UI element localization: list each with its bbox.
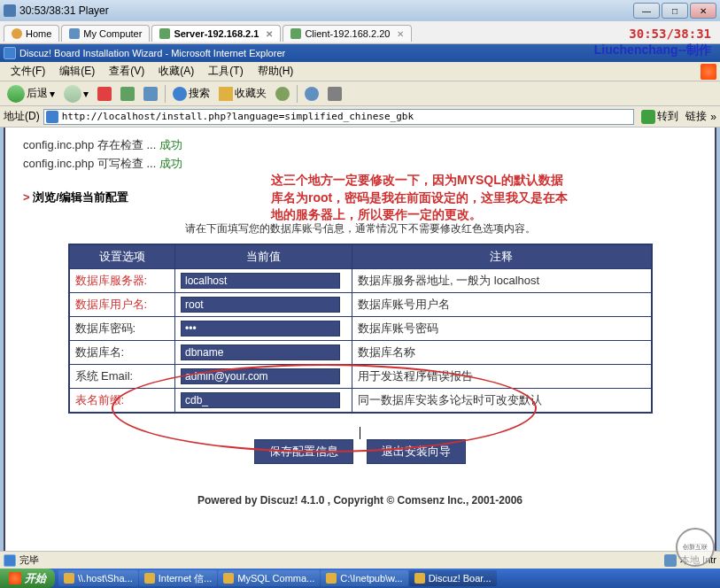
print-button[interactable] xyxy=(324,85,345,103)
search-button[interactable]: 搜索 xyxy=(169,84,213,103)
go-button[interactable]: 转到 xyxy=(638,107,682,126)
row-label: 表名前缀: xyxy=(69,389,175,414)
row-label: 数据库名: xyxy=(69,341,175,365)
address-input[interactable]: http://localhost/install.php?language=si… xyxy=(43,109,635,125)
tab-server-label: Server-192.168.2.1 xyxy=(174,28,259,39)
tab-client[interactable]: Client-192.168.2.20 ✕ xyxy=(283,25,412,42)
taskbar-item[interactable]: Discuz! Boar... xyxy=(409,570,497,586)
menu-favorites[interactable]: 收藏(A) xyxy=(151,62,201,81)
text-cursor xyxy=(360,427,360,439)
taskbar-item[interactable]: \\.host\Sha... xyxy=(58,570,138,586)
config-input-0[interactable] xyxy=(181,273,340,289)
row-input-cell xyxy=(175,341,352,365)
tab-close-icon[interactable]: ✕ xyxy=(397,29,404,39)
client-icon xyxy=(290,28,301,39)
config-input-3[interactable] xyxy=(181,344,340,360)
taskbar-item[interactable]: Internet 信... xyxy=(139,570,218,586)
history-button[interactable] xyxy=(272,85,293,103)
config-input-5[interactable] xyxy=(181,392,340,408)
row-description: 数据库账号用户名 xyxy=(352,293,652,317)
search-icon xyxy=(173,87,187,101)
menu-help[interactable]: 帮助(H) xyxy=(251,62,301,81)
url-text: http://localhost/install.php?language=si… xyxy=(62,111,414,122)
taskbar-item[interactable]: C:\Inetpub\w... xyxy=(321,570,407,586)
config-input-4[interactable] xyxy=(181,368,340,384)
home-button[interactable] xyxy=(140,85,161,103)
menu-file[interactable]: 文件(F) xyxy=(4,62,52,81)
maximize-button[interactable]: □ xyxy=(662,3,688,19)
tab-home[interactable]: Home xyxy=(4,25,59,42)
row-input-cell xyxy=(175,365,352,389)
config-input-2[interactable] xyxy=(181,321,340,337)
row-label: 数据库服务器: xyxy=(69,269,175,293)
mail-button[interactable] xyxy=(301,85,322,103)
back-icon xyxy=(7,85,25,103)
separator xyxy=(297,85,298,103)
page-content: config.inc.php 存在检查 ... 成功 config.inc.ph… xyxy=(4,128,716,553)
ie-toolbar: 后退 ▾ ▾ 搜索 收藏夹 xyxy=(0,81,720,106)
overlay-timestamp: 30:53/38:31 xyxy=(629,27,711,41)
player-titlebar: 30:53/38:31 Player — □ ✕ xyxy=(0,0,720,21)
favorites-label: 收藏夹 xyxy=(235,86,267,101)
dropdown-icon: ▾ xyxy=(83,88,89,100)
taskbar-item-label: Internet 信... xyxy=(159,572,213,585)
back-button[interactable]: 后退 ▾ xyxy=(4,83,58,104)
forward-icon xyxy=(64,85,81,103)
ie-logo-icon xyxy=(701,64,716,80)
tab-client-label: Client-192.168.2.20 xyxy=(305,28,390,39)
tab-mycomputer[interactable]: My Computer xyxy=(61,25,150,42)
row-description: 数据库服务器地址, 一般为 localhost xyxy=(352,269,652,293)
menu-tools[interactable]: 工具(T) xyxy=(201,62,250,81)
table-row: 数据库服务器:数据库服务器地址, 一般为 localhost xyxy=(69,269,652,293)
back-label: 后退 xyxy=(27,86,48,101)
go-label: 转到 xyxy=(657,109,678,124)
ie-status-bar: 完毕 本地 Intr xyxy=(0,551,720,569)
stop-icon xyxy=(97,87,112,101)
player-icon xyxy=(4,4,16,17)
address-label: 地址(D) xyxy=(4,109,40,124)
dropdown-icon: ▾ xyxy=(50,88,55,100)
row-description: 用于发送程序错误报告 xyxy=(352,365,652,389)
tab-close-icon[interactable]: ✕ xyxy=(266,29,273,39)
th-desc: 注释 xyxy=(352,244,652,269)
menu-edit[interactable]: 编辑(E) xyxy=(52,62,102,81)
row-label: 系统 Email: xyxy=(69,365,175,389)
annotation-note: 这三个地方一定要修改一下，因为MYSQL的默认数据库名为root，密码是我在前面… xyxy=(271,172,572,224)
th-value: 当前值 xyxy=(175,244,352,269)
close-button[interactable]: ✕ xyxy=(690,3,716,19)
star-icon xyxy=(219,87,233,101)
app-icon xyxy=(326,573,337,584)
row-input-cell xyxy=(175,269,352,293)
row-input-cell xyxy=(175,293,352,317)
minimize-button[interactable]: — xyxy=(633,3,660,19)
tab-server[interactable]: Server-192.168.2.1 ✕ xyxy=(151,25,281,42)
windows-taskbar: 开始 \\.host\Sha...Internet 信...MySQL Comm… xyxy=(0,569,720,588)
home-icon xyxy=(12,28,22,39)
taskbar-item[interactable]: MySQL Comma... xyxy=(218,570,320,586)
home-icon xyxy=(143,87,158,101)
menu-view[interactable]: 查看(V) xyxy=(102,62,151,81)
save-config-button[interactable]: 保存配置信息 xyxy=(254,439,353,464)
row-description: 同一数据库安装多论坛时可改变默认 xyxy=(352,389,652,414)
config-input-1[interactable] xyxy=(181,297,340,313)
page-icon xyxy=(4,554,16,567)
taskbar-item-label: C:\Inetpub\w... xyxy=(340,573,402,584)
computer-icon xyxy=(69,28,80,39)
app-icon xyxy=(223,573,234,584)
history-icon xyxy=(275,87,290,101)
app-icon xyxy=(64,573,74,584)
vm-tab-bar: Home My Computer Server-192.168.2.1 ✕ Cl… xyxy=(0,21,720,44)
row-description: 数据库名称 xyxy=(352,341,652,365)
chevron-icon[interactable]: » xyxy=(710,111,716,123)
player-title: 30:53/38:31 Player xyxy=(19,4,109,17)
tab-comp-label: My Computer xyxy=(83,28,142,39)
server-icon xyxy=(159,28,170,39)
row-label: 数据库用户名: xyxy=(69,293,175,317)
exit-wizard-button[interactable]: 退出安装向导 xyxy=(367,439,466,464)
start-button[interactable]: 开始 xyxy=(0,569,55,588)
forward-button[interactable]: ▾ xyxy=(60,83,92,104)
refresh-button[interactable] xyxy=(117,85,138,103)
favorites-button[interactable]: 收藏夹 xyxy=(215,84,270,103)
taskbar-item-label: Discuz! Boar... xyxy=(429,573,492,584)
stop-button[interactable] xyxy=(94,85,115,103)
